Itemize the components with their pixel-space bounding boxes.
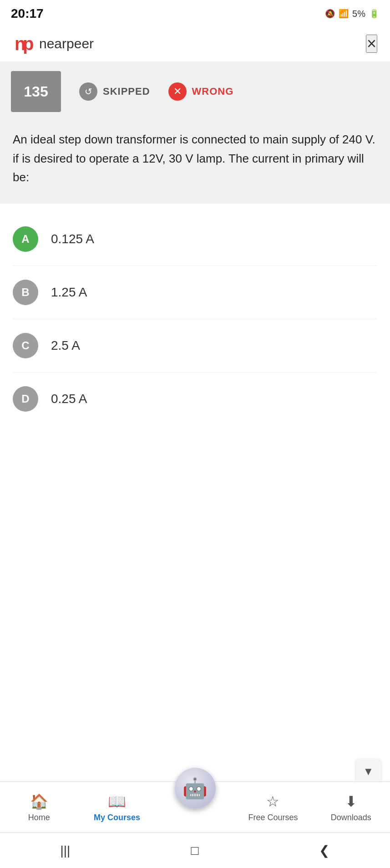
wrong-icon: ✕ [168,82,187,101]
question-number: 135 [24,83,48,100]
svg-text:p: p [23,34,34,54]
close-button[interactable]: × [366,35,377,53]
nav-my-courses-label: My Courses [94,813,140,822]
my-courses-icon: 📖 [108,793,126,810]
nav-item-home[interactable]: 🏠 Home [0,793,78,822]
logo-text: nearpeer [39,36,94,51]
option-c[interactable]: C 2.5 A [13,319,377,373]
nav-item-my-courses[interactable]: 📖 My Courses [78,793,156,822]
nav-free-courses-label: Free Courses [248,813,298,822]
ask-now-fab[interactable]: 🤖 [175,768,216,809]
option-c-circle: C [13,333,38,358]
nearpeer-logo-icon: n p [13,33,35,55]
status-bar: 20:17 🔕 📶 5% 🔋 [0,0,390,26]
wrong-badge: ✕ WRONG [168,82,234,101]
option-a-text: 0.125 A [51,232,94,246]
option-b-circle: B [13,280,38,305]
wrong-label: WRONG [192,86,234,97]
home-button[interactable]: □ [191,843,198,858]
free-courses-icon: ☆ [266,793,279,810]
scroll-hint: ▼ [356,759,381,784]
status-icons: 🔕 📶 5% 🔋 [325,9,379,19]
home-icon: 🏠 [30,793,48,810]
nav-item-downloads[interactable]: ⬇ Downloads [312,793,390,822]
option-d-text: 0.25 A [51,392,87,406]
back-button[interactable]: ❮ [319,843,329,858]
skipped-badge: ↺ SKIPPED [79,82,150,101]
scroll-arrow-icon: ▼ [363,765,374,778]
nav-home-label: Home [28,813,50,822]
skipped-label: SKIPPED [103,86,150,97]
option-c-text: 2.5 A [51,338,80,353]
status-badges: ↺ SKIPPED ✕ WRONG [79,82,233,101]
downloads-icon: ⬇ [345,793,357,810]
alarm-icon: 🔕 [325,9,335,19]
status-time: 20:17 [11,6,44,21]
ask-now-robot-icon: 🤖 [175,768,216,809]
question-text: An ideal step down transformer is connec… [13,130,377,187]
question-text-container: An ideal step down transformer is connec… [0,121,390,204]
option-b[interactable]: B 1.25 A [13,266,377,319]
option-a[interactable]: A 0.125 A [13,213,377,266]
recent-apps-button[interactable]: ||| [61,843,71,858]
question-number-box: 135 [11,71,61,112]
battery-icon: 🔋 [369,9,379,19]
option-d-circle: D [13,386,38,412]
question-header: 135 ↺ SKIPPED ✕ WRONG [0,62,390,121]
logo-container: n p nearpeer [13,33,94,55]
app-header: n p nearpeer × [0,26,390,62]
option-d[interactable]: D 0.25 A [13,373,377,425]
option-b-text: 1.25 A [51,285,87,300]
wifi-icon: 📶 [339,9,349,19]
nav-downloads-label: Downloads [331,813,371,822]
system-navigation: ||| □ ❮ [0,832,390,868]
skipped-icon: ↺ [79,82,97,101]
options-container: A 0.125 A B 1.25 A C 2.5 A D 0.25 A [0,204,390,434]
option-a-circle: A [13,226,38,252]
battery-indicator: 5% [352,9,365,19]
nav-item-free-courses[interactable]: ☆ Free Courses [234,793,312,822]
